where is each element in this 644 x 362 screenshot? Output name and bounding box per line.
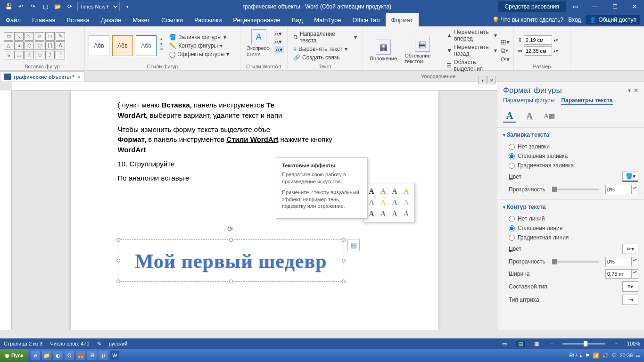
doc-close-icon[interactable]: ✕ [487, 76, 496, 84]
panel-menu-icon[interactable]: ▾ [628, 87, 631, 94]
shape-fill-button[interactable]: 🪣 Заливка фигуры ▾ [167, 33, 231, 41]
minimize-icon[interactable]: — [586, 0, 604, 13]
tab-review[interactable]: Рецензирование [227, 13, 286, 26]
radio-no-line[interactable] [509, 216, 515, 222]
word-icon[interactable]: W [110, 351, 119, 360]
chrome-icon[interactable]: ◐ [53, 351, 63, 360]
opera-icon[interactable]: O [65, 351, 74, 360]
shape-style-1[interactable]: Абв [89, 35, 109, 56]
align-icon[interactable]: ⊞▾ [501, 38, 510, 46]
tray-lang[interactable]: RU [570, 353, 577, 358]
create-link-button[interactable]: 🔗 Создать связь [291, 54, 359, 61]
bring-forward-button[interactable]: ▲ Переместить вперед ▾ [445, 28, 499, 42]
undo-icon[interactable]: ↶ [16, 2, 25, 11]
shape-effects-button[interactable]: ◯ Эффекты фигуры ▾ [167, 50, 231, 58]
word-count[interactable]: Число слов: 470 [50, 341, 89, 346]
zoom-slider[interactable] [562, 343, 605, 345]
shape-style-2[interactable]: Абв [112, 35, 133, 56]
width-input[interactable] [524, 46, 552, 56]
resize-handle[interactable] [342, 238, 346, 242]
text-outline-icon[interactable]: A▾ [274, 38, 284, 45]
radio-solid-fill[interactable] [509, 153, 515, 159]
section-text-outline[interactable]: Контур текста [503, 204, 638, 210]
rotate-icon[interactable]: ⟳▾ [501, 56, 510, 63]
resize-handle[interactable] [342, 280, 346, 283]
save-icon[interactable]: 💾 [4, 2, 13, 11]
section-text-fill[interactable]: Заливка текста [503, 132, 638, 138]
document-tab[interactable]: графические объекты * × [0, 71, 84, 82]
tray-volume-icon[interactable]: 🔊 [602, 353, 609, 359]
send-backward-button[interactable]: ▼ Переместить назад ▾ [445, 43, 499, 58]
web-layout-icon[interactable]: ▦ [532, 341, 541, 347]
resize-handle[interactable] [116, 259, 120, 263]
text-effects-icon[interactable]: A▾ [274, 46, 284, 53]
redo-icon[interactable]: ↷ [28, 2, 38, 11]
tab-layout[interactable]: Макет [127, 13, 156, 26]
qat-more-icon[interactable]: ▾ [123, 2, 132, 11]
line-color-picker[interactable]: ✏▾ [622, 244, 638, 254]
tell-me-icon[interactable]: 💡 Что вы хотите сделать? [492, 16, 564, 23]
tab-file[interactable]: Файл [0, 13, 26, 26]
tab-design[interactable]: Дизайн [95, 13, 127, 26]
show-desktop-icon[interactable]: ▭ [636, 353, 640, 359]
tab-close-icon[interactable]: × [77, 74, 80, 80]
start-button[interactable]: ◉ Пуск [0, 349, 28, 362]
tab-text-options[interactable]: Параметры текста [561, 97, 612, 105]
language-indicator[interactable]: русский [109, 341, 127, 346]
line-width-input[interactable] [605, 269, 632, 279]
font-selector[interactable]: Times New F [77, 2, 120, 11]
tray-up-icon[interactable]: ▴ [579, 353, 582, 359]
zoom-out-icon[interactable]: − [548, 341, 555, 346]
tab-officetab[interactable]: Office Tab [347, 13, 385, 26]
wordart-shape[interactable]: ⟳ Мой первый шедевр ▤ [118, 239, 344, 282]
height-input[interactable] [524, 35, 552, 45]
tab-insert[interactable]: Вставка [61, 13, 95, 26]
fill-transparency-input[interactable] [605, 185, 632, 194]
tab-home[interactable]: Главная [26, 13, 61, 26]
selection-pane-button[interactable]: ☰ Область выделения [445, 58, 499, 73]
tab-view[interactable]: Вид [286, 13, 309, 26]
yandex-icon[interactable]: Я [87, 351, 97, 360]
gallery-down-icon[interactable]: ▾ [160, 41, 163, 46]
textbox-tab-icon[interactable]: A▦ [543, 109, 556, 123]
close-icon[interactable]: ✕ [625, 0, 644, 13]
firefox-icon[interactable]: 🦊 [76, 351, 85, 360]
resize-handle[interactable] [116, 280, 120, 283]
shape-outline-button[interactable]: ✏️ Контур фигуры ▾ [167, 42, 231, 49]
align-text-button[interactable]: ≡ Выровнять текст ▾ [291, 45, 359, 53]
signin-link[interactable]: Вход [568, 16, 581, 23]
open-icon[interactable]: 📂 [53, 2, 62, 11]
compound-type-picker[interactable]: ≡▾ [622, 281, 638, 292]
panel-close-icon[interactable]: ✕ [634, 87, 638, 94]
text-effects-tab-icon[interactable]: A [523, 109, 536, 123]
shapes-gallery[interactable]: ▭＼＼▱◻✎ △↳⬡⬠{ }A ↘◡☆⬭⤴⋮ [4, 32, 65, 59]
ie-icon[interactable]: e [31, 351, 40, 360]
wordart-text[interactable]: Мой первый шедевр [118, 240, 344, 282]
position-button[interactable]: ▦Положение [367, 39, 400, 62]
layout-options-icon[interactable]: ▤ [347, 239, 360, 251]
radio-no-fill[interactable] [509, 144, 515, 150]
resize-handle[interactable] [116, 238, 120, 242]
vertical-ruler[interactable] [0, 90, 12, 330]
share-button[interactable]: 👤 Общий доступ [586, 15, 640, 25]
resize-handle[interactable] [229, 238, 233, 242]
tab-mathtype[interactable]: MathType [308, 13, 347, 26]
tab-shape-options[interactable]: Параметры фигуры [503, 97, 554, 105]
page-indicator[interactable]: Страница 2 из 3 [4, 341, 42, 346]
radio-solid-line[interactable] [509, 225, 515, 231]
text-fill-outline-icon[interactable]: A [503, 109, 516, 123]
radio-gradient-line[interactable] [509, 235, 515, 241]
radio-gradient-fill[interactable] [509, 163, 515, 169]
wrap-text-button[interactable]: ▤Обтекание текстом [402, 36, 443, 65]
tab-mailings[interactable]: Рассылки [189, 13, 227, 26]
tray-shield-icon[interactable]: 🛡 [611, 353, 617, 358]
rotate-handle-icon[interactable]: ⟳ [227, 224, 235, 231]
ribbon-options-icon[interactable]: ▭ [566, 0, 585, 13]
text-direction-button[interactable]: ⇅ Направление текста ▾ [291, 30, 359, 44]
refresh-icon[interactable]: ⟳ [65, 2, 74, 11]
wordart-quickstyles-button[interactable]: AЭкспресс-стили [244, 28, 273, 58]
gallery-more-icon[interactable]: ≡ [160, 47, 163, 51]
fill-transparency-slider[interactable] [552, 189, 599, 190]
spellcheck-icon[interactable]: ✎ [97, 341, 101, 347]
print-layout-icon[interactable]: ▤ [516, 341, 525, 347]
